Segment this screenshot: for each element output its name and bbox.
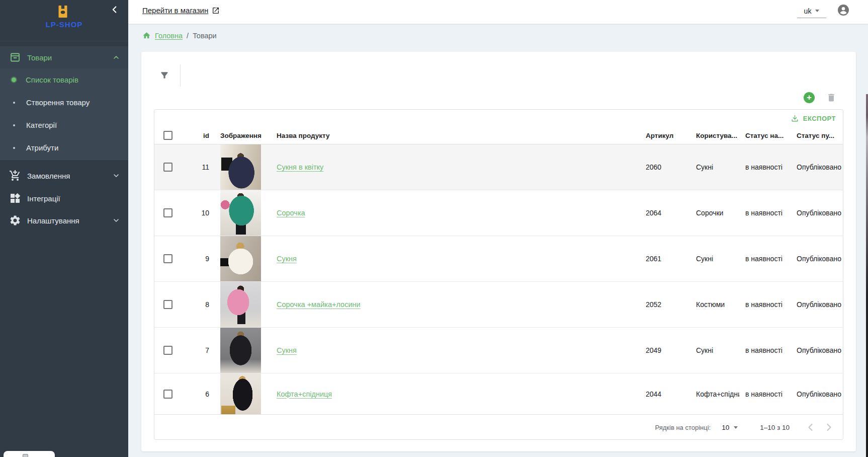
account-avatar-icon[interactable] xyxy=(837,4,849,16)
row-checkbox[interactable] xyxy=(163,346,172,355)
sidebar-collapse-icon[interactable] xyxy=(109,4,120,15)
cell-publish-status: Опубліковано xyxy=(791,390,843,398)
sidebar-item-orders[interactable]: Замовлення xyxy=(0,165,128,187)
cell-stock-status: в наявності xyxy=(739,209,791,217)
breadcrumb-separator: / xyxy=(187,32,189,40)
sidebar-item-label: Категорії xyxy=(26,121,57,129)
shop-bag-logo-icon xyxy=(54,3,71,20)
pagination-bar: Рядків на сторінці: 10 1–10 з 10 xyxy=(154,414,843,440)
rows-per-page-label: Рядків на сторінці: xyxy=(655,424,711,431)
cell-publish-status: Опубліковано xyxy=(791,209,843,217)
sidebar-item-products[interactable]: Товари xyxy=(0,46,128,68)
filter-icon[interactable] xyxy=(159,70,169,81)
product-image[interactable] xyxy=(220,282,261,327)
product-image[interactable] xyxy=(220,373,261,414)
product-image[interactable] xyxy=(220,328,261,373)
cell-user: Сукні xyxy=(690,163,739,171)
product-image[interactable] xyxy=(220,144,261,190)
sidebar: LP-SHOP Товари Список товарів Створення … xyxy=(0,0,128,457)
language-select[interactable]: uk xyxy=(797,4,826,18)
header-name: Назва продукту xyxy=(261,132,640,139)
sidebar-item-create-product[interactable]: Створення товару xyxy=(0,91,128,114)
product-name-link[interactable]: Сорочка xyxy=(277,209,305,217)
caret-down-icon xyxy=(815,10,819,12)
sidebar-item-label: Налаштування xyxy=(27,216,79,225)
rows-per-page-select[interactable]: 10 xyxy=(722,424,738,431)
widgets-icon xyxy=(9,192,21,204)
header-image: Зображення xyxy=(220,132,262,139)
cell-sku: 2064 xyxy=(640,209,690,217)
filter-divider xyxy=(180,64,181,87)
products-panel: + ЕКСПОРТ id Зображення Назва продукту А… xyxy=(141,52,856,451)
chevron-up-icon xyxy=(112,53,120,61)
cell-user: Кофта+спідниц xyxy=(690,390,739,398)
sidebar-item-label: Атрибути xyxy=(26,143,58,152)
window-edge-sliver xyxy=(866,94,868,457)
table-row: 9 Сукня 2061 Сукні в наявності Опубліков… xyxy=(154,236,843,282)
cell-id: 8 xyxy=(179,300,215,309)
product-image[interactable] xyxy=(220,236,261,281)
topbar: Перейти в магазин uk xyxy=(128,0,868,24)
add-product-button[interactable]: + xyxy=(804,92,815,103)
products-table: ЕКСПОРТ id Зображення Назва продукту Арт… xyxy=(154,109,843,440)
cell-stock-status: в наявності xyxy=(739,346,791,354)
cell-user: Костюми xyxy=(690,300,739,309)
table-row: 6 Кофта+спідниця 2044 Кофта+спідниц в на… xyxy=(154,373,843,414)
row-checkbox[interactable] xyxy=(163,254,172,263)
caret-down-icon xyxy=(734,426,738,429)
row-checkbox[interactable] xyxy=(163,300,172,309)
row-checkbox[interactable] xyxy=(163,208,172,217)
bullet-icon xyxy=(13,124,15,126)
products-submenu: Список товарів Створення товару Категорі… xyxy=(0,68,128,160)
export-row: ЕКСПОРТ xyxy=(154,110,843,127)
cell-publish-status: Опубліковано xyxy=(791,300,843,309)
sidebar-item-attributes[interactable]: Атрибути xyxy=(0,136,128,159)
cell-stock-status: в наявності xyxy=(739,163,791,171)
cell-user: Сорочки xyxy=(690,209,739,217)
previous-page-icon[interactable] xyxy=(805,421,817,433)
sidebar-item-label: Замовлення xyxy=(27,172,70,180)
cell-user: Сукні xyxy=(690,346,739,354)
cell-id: 7 xyxy=(179,346,215,354)
sidebar-item-product-list[interactable]: Список товарів xyxy=(0,68,128,91)
table-row: 7 Сукня 2049 Сукні в наявності Опубліков… xyxy=(154,328,843,373)
sidebar-item-settings[interactable]: Налаштування xyxy=(0,209,128,232)
product-name-link[interactable]: Сукня в квітку xyxy=(277,163,323,171)
export-label: ЕКСПОРТ xyxy=(803,115,836,122)
product-name-link[interactable]: Сукня xyxy=(277,255,297,263)
logo-text: LP-SHOP xyxy=(0,20,128,29)
export-button[interactable]: ЕКСПОРТ xyxy=(791,114,836,123)
header-publish-status: Статус пу... xyxy=(791,132,843,139)
delete-selected-icon[interactable] xyxy=(826,93,836,103)
download-icon xyxy=(791,114,799,123)
cell-sku: 2044 xyxy=(640,390,690,398)
product-name-link[interactable]: Сорочка +майка+лосини xyxy=(277,300,361,309)
sidebar-item-integrations[interactable]: Інтеграції xyxy=(0,187,128,209)
select-all-checkbox[interactable] xyxy=(163,131,172,140)
row-checkbox[interactable] xyxy=(163,163,172,172)
sidebar-item-label: Товари xyxy=(27,53,52,62)
cell-publish-status: Опубліковано xyxy=(791,346,843,354)
cell-sku: 2060 xyxy=(640,163,690,171)
row-checkbox[interactable] xyxy=(163,390,172,399)
table-row: 11 Сукня в квітку 2060 Сукні в наявності… xyxy=(154,144,843,190)
bottom-left-toast[interactable] xyxy=(4,451,55,457)
sidebar-item-categories[interactable]: Категорії xyxy=(0,114,128,136)
go-to-shop-link[interactable]: Перейти в магазин xyxy=(142,6,220,15)
active-bullet-icon xyxy=(12,78,16,82)
breadcrumb-home-link[interactable]: Головна xyxy=(155,32,183,40)
go-to-shop-label: Перейти в магазин xyxy=(142,6,208,15)
product-image[interactable] xyxy=(220,190,261,236)
logo-area: LP-SHOP xyxy=(0,0,128,41)
cell-sku: 2052 xyxy=(640,300,690,309)
header-stock-status: Статус на... xyxy=(739,132,791,139)
gear-icon xyxy=(9,214,21,226)
sidebar-item-label: Інтеграції xyxy=(27,194,60,203)
next-page-icon[interactable] xyxy=(823,421,835,433)
product-name-link[interactable]: Кофта+спідниця xyxy=(277,390,332,398)
external-link-icon xyxy=(212,7,220,15)
language-value: uk xyxy=(804,7,812,15)
bullet-icon xyxy=(13,147,15,149)
product-name-link[interactable]: Сукня xyxy=(277,346,297,354)
table-header-row: id Зображення Назва продукту Артикул Кор… xyxy=(154,127,843,144)
